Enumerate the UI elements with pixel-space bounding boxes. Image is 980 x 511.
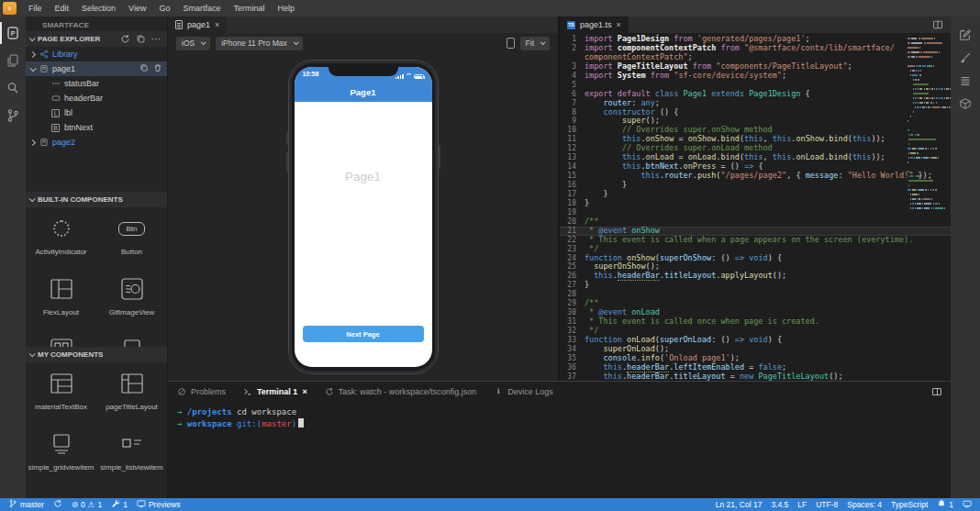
- typescript-icon: TS: [567, 21, 575, 29]
- component-gridview[interactable]: [26, 328, 96, 347]
- menu-help[interactable]: Help: [271, 4, 301, 13]
- more-actions-icon[interactable]: ···: [151, 35, 161, 43]
- status-1[interactable]: 1: [111, 499, 128, 510]
- smartface-explorer-icon[interactable]: P: [0, 19, 26, 47]
- close-icon[interactable]: ×: [215, 20, 219, 29]
- menu-view[interactable]: View: [122, 4, 152, 13]
- component-label: simple_gridviewitem: [28, 463, 94, 472]
- paintbrush-icon[interactable]: [951, 47, 980, 69]
- compose-icon[interactable]: [951, 24, 980, 46]
- component-Button[interactable]: BtnButton: [96, 207, 167, 268]
- split-terminal-icon[interactable]: [932, 388, 941, 395]
- component-imageview[interactable]: [96, 328, 167, 347]
- component-box-icon: L: [50, 108, 61, 118]
- line-number: 34: [560, 345, 585, 354]
- os-select[interactable]: iOS: [176, 37, 210, 50]
- component-pageTitleLayout[interactable]: pageTitleLayout: [96, 362, 167, 423]
- line-number: 29: [560, 299, 585, 308]
- status-3-4-5[interactable]: 3.4.5: [771, 499, 788, 510]
- tab-page1-designer[interactable]: page1 ×: [168, 17, 227, 33]
- status-master[interactable]: master: [8, 499, 44, 510]
- status-bell[interactable]: 1: [937, 499, 953, 510]
- status-monitor[interactable]: [963, 499, 972, 510]
- next-page-button[interactable]: Next Page: [303, 326, 424, 342]
- device-orientation-icon[interactable]: [507, 38, 515, 49]
- trash-icon[interactable]: [153, 63, 162, 74]
- status-lf[interactable]: LF: [797, 499, 807, 510]
- menu-terminal[interactable]: Terminal: [227, 4, 271, 13]
- iphone-mockup: 10:58 Page1: [288, 60, 439, 374]
- tree-item-page2[interactable]: page2: [26, 135, 167, 150]
- line-number: 1: [560, 35, 585, 44]
- library-icon: [39, 50, 49, 60]
- status-spaces-4[interactable]: Spaces: 4: [847, 499, 882, 510]
- component-materialTextBox[interactable]: materialTextBox: [26, 362, 96, 423]
- tree-item-statusBar[interactable]: statusBar: [26, 76, 167, 91]
- phone-page-body: Page1 Next Page: [295, 102, 432, 367]
- panel-tab-device-logs[interactable]: ℹDevice Logs: [494, 387, 553, 396]
- tree-label: btnNext: [64, 123, 93, 132]
- status-0[interactable]: ⊘0⚠1: [72, 499, 102, 510]
- status-sync[interactable]: [53, 499, 62, 510]
- device-preview-canvas[interactable]: 10:58 Page1: [168, 53, 558, 381]
- search-icon[interactable]: [0, 74, 26, 102]
- menu-file[interactable]: File: [22, 4, 49, 13]
- tree-item-Library[interactable]: Library: [26, 47, 167, 61]
- duplicate-icon[interactable]: [136, 34, 146, 44]
- page-placeholder-label: Page1: [295, 170, 432, 183]
- code-line-16: 16 }: [560, 181, 951, 190]
- close-icon[interactable]: ×: [617, 20, 621, 29]
- tree-label: page1: [52, 64, 75, 73]
- component-simple_gridviewitem[interactable]: simple_gridviewitem: [26, 423, 96, 483]
- cube-icon[interactable]: [951, 93, 980, 115]
- tree-item-page1[interactable]: page1: [26, 61, 167, 76]
- status-typescript[interactable]: TypeScript: [891, 499, 928, 510]
- split-editor-icon[interactable]: [932, 19, 943, 30]
- list-icon[interactable]: [951, 70, 980, 92]
- component-simple_listviewitem[interactable]: simple_listviewitem: [96, 423, 167, 483]
- built-in-components-grid: ActivityIndicatorBtnButtonFlexLayoutGifI…: [26, 207, 167, 347]
- menu-smartface[interactable]: Smartface: [176, 4, 227, 13]
- chevron-down-icon: [540, 39, 546, 45]
- pages-icon[interactable]: [0, 47, 26, 74]
- component-ActivityIndicator[interactable]: ActivityIndicator: [26, 207, 96, 268]
- refresh-icon[interactable]: [120, 34, 130, 44]
- flexlayout-component-icon: [50, 276, 73, 302]
- smartface-logo-icon[interactable]: ›: [3, 2, 17, 15]
- status-utf-8[interactable]: UTF-8: [816, 499, 838, 510]
- built-in-components-header[interactable]: BUILT-IN COMPONENTS: [26, 192, 167, 207]
- tree-item-btnNext[interactable]: BbtnNext: [26, 120, 167, 135]
- panel-tab-task-watch-workspace-tsconfig-json[interactable]: Task: watch - workspace/tsconfig.json: [325, 387, 477, 396]
- component-FlexLayout[interactable]: FlexLayout: [26, 268, 96, 328]
- line-number: 33: [560, 336, 585, 345]
- menu-go[interactable]: Go: [152, 4, 176, 13]
- status-label: 1: [123, 500, 128, 509]
- svg-text:P: P: [11, 30, 16, 37]
- duplicate-icon[interactable]: [139, 63, 149, 74]
- tab-page1-ts[interactable]: TS page1.ts ×: [560, 17, 629, 33]
- status-ln-21-col-17[interactable]: Ln 21, Col 17: [716, 499, 763, 510]
- tree-item-headerBar[interactable]: headerBar: [26, 91, 167, 106]
- chevron-down-icon: [30, 65, 37, 72]
- zoom-fit-select[interactable]: Fit: [520, 37, 550, 50]
- close-icon[interactable]: ×: [302, 387, 306, 396]
- device-select[interactable]: iPhone 11 Pro Max: [216, 37, 303, 50]
- my-components-header[interactable]: MY COMPONENTS: [26, 347, 167, 362]
- line-number: 13: [560, 153, 585, 162]
- menu-selection[interactable]: Selection: [75, 4, 122, 13]
- component-label: materialTextBox: [35, 403, 87, 411]
- terminal-output[interactable]: → /projects cd workspace→ workspace git:…: [168, 401, 951, 430]
- menu-edit[interactable]: Edit: [49, 4, 76, 13]
- component-GifImageView[interactable]: GifImageView: [96, 268, 167, 328]
- code-editor[interactable]: 1import Page1Design from 'generated/page…: [560, 33, 951, 381]
- panel-tab-terminal-1[interactable]: Terminal 1×: [243, 387, 307, 396]
- source-control-icon[interactable]: [0, 102, 26, 129]
- tree-item-lbl[interactable]: Llbl: [26, 106, 167, 120]
- chevron-down-icon: [29, 35, 36, 41]
- status-previews[interactable]: Previews: [137, 499, 180, 510]
- panel-tab-problems[interactable]: Problems: [177, 387, 226, 396]
- phone-header-bar: Page1: [295, 83, 432, 102]
- smartface-ide-window: › FileEditSelectionViewGoSmartfaceTermin…: [0, 0, 980, 511]
- minimap[interactable]: [908, 36, 948, 210]
- page-explorer-header[interactable]: PAGE EXPLORER ···: [26, 31, 167, 47]
